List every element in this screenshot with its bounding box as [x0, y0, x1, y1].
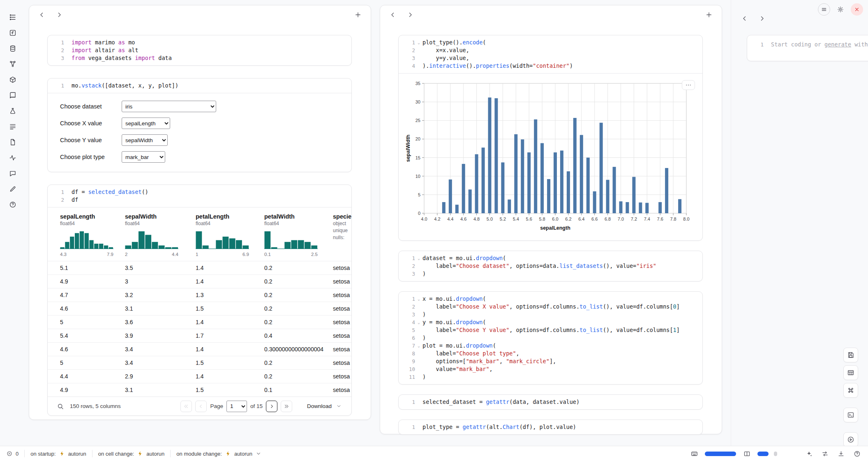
help-icon[interactable] — [8, 200, 18, 210]
chevron-left-icon[interactable] — [37, 9, 47, 20]
code-line[interactable]: 6) — [399, 334, 697, 342]
code-line[interactable]: 3from vega_datasets import data — [48, 54, 346, 62]
last-page-button[interactable] — [281, 401, 292, 412]
save-icon[interactable] — [843, 348, 858, 362]
code-editor-dataset[interactable]: 1⌄dataset = mo.ui.dropdown(2 label="Choo… — [399, 251, 702, 281]
compare-arrows-icon[interactable] — [820, 448, 830, 459]
code-editor-vstack[interactable]: 1mo.vstack([dataset, x, y, plot]) — [48, 78, 351, 93]
run-icon[interactable] — [843, 432, 858, 447]
layout-icon[interactable] — [741, 448, 752, 459]
packages-icon[interactable] — [8, 75, 18, 85]
code-editor-dataframe[interactable]: 1df = selected_dataset()2df — [48, 185, 351, 207]
choose-plot-type-dropdown[interactable]: mark_bar — [122, 151, 165, 163]
help-icon[interactable] — [852, 448, 862, 459]
code-line[interactable]: 2 x=x.value, — [399, 46, 697, 54]
code-line[interactable]: 4⌄y = mo.ui.dropdown( — [399, 318, 697, 326]
code-editor-controls[interactable]: 1⌄x = mo.ui.dropdown(2 label="Choose X v… — [399, 292, 702, 384]
column-header-sepalWidth[interactable]: sepalWidthfloat6424.4 — [125, 213, 196, 257]
chevron-left-icon[interactable] — [739, 13, 750, 24]
altair-bar-chart[interactable]: 4.04.24.44.64.85.05.25.45.65.86.06.26.46… — [404, 78, 699, 237]
console-icon[interactable] — [843, 408, 858, 422]
table-row[interactable]: 4.63.41.40.30000000000000004setosa — [48, 342, 351, 356]
table-panel-icon[interactable] — [843, 365, 858, 380]
datasources-icon[interactable] — [8, 44, 18, 53]
code-line[interactable]: 3 y=y.value, — [399, 54, 697, 62]
page-select[interactable]: 1 — [226, 401, 247, 412]
chevron-right-icon[interactable] — [405, 9, 416, 20]
code-line[interactable]: 1⌄plot_type().encode( — [399, 39, 697, 46]
column-header-sepalLength[interactable]: sepalLengthfloat644.37.9 — [60, 213, 125, 257]
errors-indicator[interactable]: 0 — [6, 450, 18, 457]
choose-y-value-dropdown[interactable]: sepalWidth — [122, 134, 168, 146]
code-line[interactable]: 1import marimo as mo — [48, 39, 346, 46]
code-editor-chart[interactable]: 1⌄plot_type().encode(2 x=x.value,3 y=y.v… — [399, 35, 702, 73]
runtime-setting[interactable]: on startup:autorun — [30, 450, 86, 457]
column-header-petalLength[interactable]: petalLengthfloat6416.9 — [196, 213, 264, 257]
code-line[interactable]: 4).interactive().properties(width="conta… — [399, 62, 697, 70]
search-icon[interactable] — [55, 401, 66, 412]
command-palette-icon[interactable] — [843, 383, 858, 398]
documentation-icon[interactable] — [8, 90, 18, 100]
flask-icon[interactable] — [8, 106, 18, 116]
ai-sparkles-icon[interactable] — [803, 448, 814, 459]
code-line[interactable]: 3) — [399, 270, 697, 278]
code-line[interactable]: 10 value="mark_bar", — [399, 365, 697, 373]
table-row[interactable]: 53.61.40.2setosa — [48, 315, 351, 329]
chat-icon[interactable] — [8, 168, 18, 178]
table-row[interactable]: 4.931.40.2setosa — [48, 274, 351, 288]
table-row[interactable]: 5.13.51.40.2setosa — [48, 261, 351, 274]
logs-icon[interactable] — [8, 122, 18, 131]
download-menu[interactable]: Download — [307, 401, 344, 412]
chevron-right-icon[interactable] — [54, 9, 65, 20]
code-line[interactable]: 8 label="Choose plot type", — [399, 350, 697, 357]
column-header-species[interactable]: speciesobjectuniquenulls: — [333, 213, 351, 257]
generate-link[interactable]: generate — [824, 41, 851, 48]
code-line[interactable]: 5 label="Choose Y value", options=df.col… — [399, 326, 697, 334]
download-icon[interactable] — [836, 448, 846, 459]
table-row[interactable]: 5.43.91.70.4setosa — [48, 329, 351, 342]
chart-menu-button[interactable] — [682, 80, 695, 90]
dependency-graph-icon[interactable] — [8, 59, 18, 69]
code-line[interactable]: 1plot_type = getattr(alt.Chart(df), plot… — [399, 423, 697, 431]
fold-chevron-icon[interactable]: ⌄ — [415, 318, 422, 326]
next-page-button[interactable] — [266, 401, 277, 412]
table-row[interactable]: 4.42.91.40.2setosa — [48, 369, 351, 383]
snippets-icon[interactable] — [8, 153, 18, 163]
code-line[interactable]: 1selected_dataset = getattr(data, datase… — [399, 398, 697, 406]
choose-dataset-dropdown[interactable]: iris — [122, 101, 216, 112]
code-placeholder[interactable]: Start coding or generate with AI — [771, 41, 868, 48]
code-line[interactable]: 1df = selected_dataset() — [48, 188, 346, 196]
code-line[interactable]: 2df — [48, 196, 346, 204]
file-icon[interactable] — [8, 137, 18, 147]
code-line[interactable]: 2 label="Choose X value", options=df.col… — [399, 303, 697, 311]
functions-icon[interactable] — [8, 28, 18, 38]
add-cell-button[interactable] — [704, 9, 714, 20]
code-line[interactable]: 2import altair as alt — [48, 46, 346, 54]
fold-chevron-icon[interactable]: ⌄ — [415, 295, 422, 303]
column-header-petalWidth[interactable]: petalWidthfloat640.12.5 — [264, 213, 333, 257]
code-editor-plottype[interactable]: 1plot_type = getattr(alt.Chart(df), plot… — [399, 420, 702, 434]
code-line[interactable]: 3) — [399, 311, 697, 318]
runtime-setting[interactable]: on module change:autorun — [176, 450, 262, 457]
keyboard-shortcuts-icon[interactable] — [689, 448, 699, 459]
table-row[interactable]: 53.41.50.2setosa — [48, 356, 351, 369]
first-page-button[interactable] — [180, 401, 192, 412]
fold-chevron-icon[interactable]: ⌄ — [415, 254, 422, 262]
table-row[interactable]: 4.73.21.30.2setosa — [48, 288, 351, 302]
add-cell-button[interactable] — [353, 9, 363, 20]
close-icon[interactable] — [851, 3, 863, 16]
scratchpad-icon[interactable] — [8, 184, 18, 194]
code-line[interactable]: 1mo.vstack([dataset, x, y, plot]) — [48, 82, 346, 90]
gear-icon[interactable] — [834, 3, 847, 16]
table-row[interactable]: 4.63.11.50.2setosa — [48, 302, 351, 315]
code-line[interactable]: 11) — [399, 373, 697, 381]
chevron-left-icon[interactable] — [388, 9, 398, 20]
code-line[interactable]: 7⌄plot = mo.ui.dropdown( — [399, 342, 697, 350]
prev-page-button[interactable] — [195, 401, 207, 412]
menu-icon[interactable] — [818, 3, 830, 16]
choose-x-value-dropdown[interactable]: sepalLength — [122, 118, 170, 129]
code-line[interactable]: 9 options=["mark_bar", "mark_circle"], — [399, 357, 697, 365]
code-editor-imports[interactable]: 1import marimo as mo2import altair as al… — [48, 35, 351, 65]
table-row[interactable]: 4.93.11.50.1setosa — [48, 383, 351, 396]
code-line[interactable]: 1⌄x = mo.ui.dropdown( — [399, 295, 697, 303]
